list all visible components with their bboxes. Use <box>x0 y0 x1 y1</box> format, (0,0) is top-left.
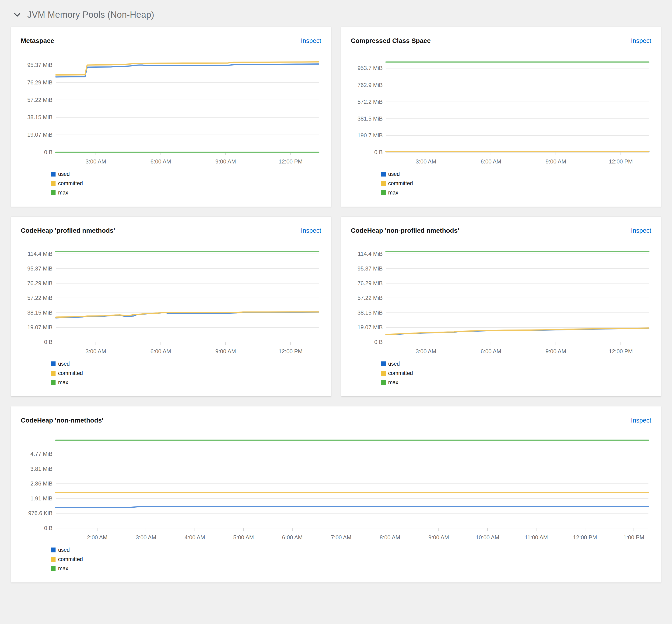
chart-title: Metaspace <box>21 37 54 45</box>
x-axis-label: 6:00 AM <box>282 534 303 541</box>
chart-legend: usedcommittedmax <box>51 171 321 196</box>
inspect-link[interactable]: Inspect <box>631 37 651 45</box>
y-axis-label: 19.07 MiB <box>27 131 52 138</box>
x-axis-label: 12:00 PM <box>609 348 633 355</box>
x-axis-label: 1:00 PM <box>623 534 644 541</box>
legend-item-used: used <box>381 171 651 177</box>
legend-label: committed <box>58 556 83 563</box>
x-axis-label: 2:00 AM <box>87 534 107 541</box>
chart-legend: usedcommittedmax <box>51 547 651 572</box>
x-axis-label: 6:00 AM <box>150 348 171 355</box>
y-axis-label: 0 B <box>44 339 52 345</box>
legend-item-max: max <box>381 189 651 196</box>
y-axis-label: 19.07 MiB <box>27 324 52 331</box>
chart-title: CodeHeap 'non-profiled nmethods' <box>351 227 459 234</box>
legend-swatch-max <box>51 380 55 385</box>
card-header: CodeHeap 'non-profiled nmethods' Inspect <box>351 227 651 234</box>
legend-item-max: max <box>51 380 321 386</box>
card-header: CodeHeap 'profiled nmethods' Inspect <box>21 227 321 234</box>
legend-swatch-used <box>51 361 55 366</box>
x-axis-label: 3:00 AM <box>85 348 106 355</box>
legend-item-committed: committed <box>51 556 651 563</box>
legend-label: committed <box>58 370 83 376</box>
y-axis-label: 57.22 MiB <box>27 295 52 301</box>
inspect-link[interactable]: Inspect <box>301 37 321 45</box>
x-axis-label: 12:00 PM <box>279 158 303 165</box>
legend-label: committed <box>58 180 83 186</box>
legend-item-committed: committed <box>51 180 321 186</box>
chart-legend: usedcommittedmax <box>381 171 651 196</box>
charts-grid: Metaspace Inspect 0 B19.07 MiB38.15 MiB5… <box>11 27 661 582</box>
codeheap-non-profiled-nmethods-line-chart: 0 B19.07 MiB38.15 MiB57.22 MiB76.29 MiB9… <box>351 243 651 357</box>
card-header: CodeHeap 'non-nmethods' Inspect <box>21 417 651 424</box>
compressed-class-space-line-chart: 0 B190.7 MiB381.5 MiB572.2 MiB762.9 MiB9… <box>351 53 651 167</box>
y-axis-label: 76.29 MiB <box>357 280 382 286</box>
x-axis-label: 12:00 PM <box>573 534 597 541</box>
legend-item-used: used <box>51 547 651 553</box>
x-axis-label: 4:00 AM <box>184 534 205 541</box>
legend-label: used <box>388 361 400 367</box>
chart-legend: usedcommittedmax <box>381 361 651 386</box>
chart-card-codeheap-profiled-nmethods: CodeHeap 'profiled nmethods' Inspect 0 B… <box>11 217 331 396</box>
chart-title: CodeHeap 'profiled nmethods' <box>21 227 115 234</box>
x-axis-label: 3:00 AM <box>136 534 156 541</box>
inspect-link[interactable]: Inspect <box>631 227 651 234</box>
legend-item-used: used <box>51 171 321 177</box>
y-axis-label: 0 B <box>44 525 52 531</box>
y-axis-label: 1.91 MiB <box>30 495 52 501</box>
y-axis-label: 190.7 MiB <box>357 132 382 138</box>
section-title: JVM Memory Pools (Non-Heap) <box>27 10 154 20</box>
legend-swatch-committed <box>51 557 55 562</box>
x-axis-label: 9:00 AM <box>546 158 566 165</box>
y-axis-label: 95.37 MiB <box>357 265 382 272</box>
chart-legend: usedcommittedmax <box>51 361 321 386</box>
y-axis-label: 114.4 MiB <box>358 251 382 257</box>
legend-swatch-committed <box>51 371 55 376</box>
x-axis-label: 9:00 AM <box>215 158 236 165</box>
series-line-used <box>56 64 319 77</box>
x-axis-label: 6:00 AM <box>480 348 501 355</box>
y-axis-label: 762.9 MiB <box>357 82 382 88</box>
y-axis-label: 57.22 MiB <box>357 295 382 301</box>
y-axis-label: 0 B <box>374 149 382 155</box>
legend-item-committed: committed <box>51 370 321 376</box>
section-expand-toggle[interactable] <box>14 12 21 17</box>
legend-label: max <box>388 380 398 386</box>
y-axis-label: 76.29 MiB <box>27 280 52 286</box>
legend-label: max <box>58 189 68 196</box>
inspect-link[interactable]: Inspect <box>301 227 321 234</box>
y-axis-label: 19.07 MiB <box>357 324 382 331</box>
y-axis-label: 4.77 MiB <box>30 451 52 457</box>
y-axis-label: 381.5 MiB <box>357 115 382 122</box>
legend-item-max: max <box>51 189 321 196</box>
x-axis-label: 9:00 AM <box>428 534 449 541</box>
x-axis-label: 3:00 AM <box>416 158 436 165</box>
legend-swatch-committed <box>381 181 386 186</box>
inspect-link[interactable]: Inspect <box>631 417 651 424</box>
card-header: Compressed Class Space Inspect <box>351 37 651 45</box>
legend-swatch-max <box>51 566 55 571</box>
y-axis-label: 95.37 MiB <box>27 62 52 68</box>
x-axis-label: 6:00 AM <box>480 158 501 165</box>
line-chart-svg: 0 B19.07 MiB38.15 MiB57.22 MiB76.29 MiB9… <box>351 243 651 357</box>
jvm-memory-pools-page: JVM Memory Pools (Non-Heap) Metaspace In… <box>0 0 672 594</box>
legend-swatch-max <box>381 190 386 195</box>
line-chart-svg: 0 B190.7 MiB381.5 MiB572.2 MiB762.9 MiB9… <box>351 53 651 167</box>
legend-item-committed: committed <box>381 370 651 376</box>
chart-card-codeheap-non-nmethods: CodeHeap 'non-nmethods' Inspect 0 B976.6… <box>11 407 661 582</box>
chart-card-metaspace: Metaspace Inspect 0 B19.07 MiB38.15 MiB5… <box>11 27 331 207</box>
x-axis-label: 5:00 AM <box>233 534 254 541</box>
chevron-down-icon <box>14 12 21 17</box>
legend-label: max <box>58 566 68 572</box>
legend-label: used <box>388 171 400 177</box>
y-axis-label: 572.2 MiB <box>357 99 382 105</box>
y-axis-label: 38.15 MiB <box>357 309 382 316</box>
y-axis-label: 976.6 KiB <box>28 510 52 516</box>
legend-swatch-used <box>51 172 55 177</box>
codeheap-profiled-nmethods-line-chart: 0 B19.07 MiB38.15 MiB57.22 MiB76.29 MiB9… <box>21 243 321 357</box>
legend-label: max <box>58 380 68 386</box>
y-axis-label: 38.15 MiB <box>27 309 52 316</box>
legend-swatch-max <box>51 190 55 195</box>
y-axis-label: 76.29 MiB <box>27 79 52 85</box>
chart-card-compressed-class-space: Compressed Class Space Inspect 0 B190.7 … <box>341 27 661 207</box>
